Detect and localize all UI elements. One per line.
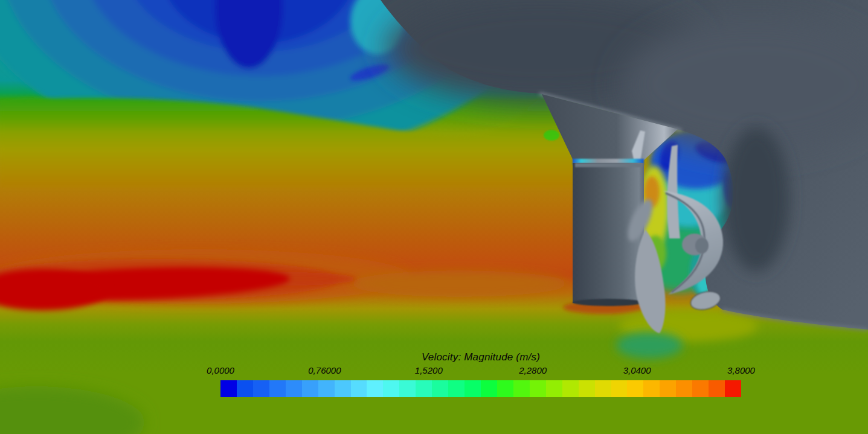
cfd-scene-render [0, 0, 868, 434]
propeller-hub-cap [695, 238, 709, 254]
pod-bottom-shadow [573, 299, 644, 306]
contour-blob [544, 130, 559, 141]
contour-blob [616, 332, 683, 359]
pod-upper-lip [575, 163, 641, 167]
contour-blob [350, 270, 568, 297]
hull-skeg-shadow [723, 127, 789, 272]
cfd-viewport[interactable]: Velocity: Magnitude (m/s) 0,00000,760001… [0, 0, 868, 434]
